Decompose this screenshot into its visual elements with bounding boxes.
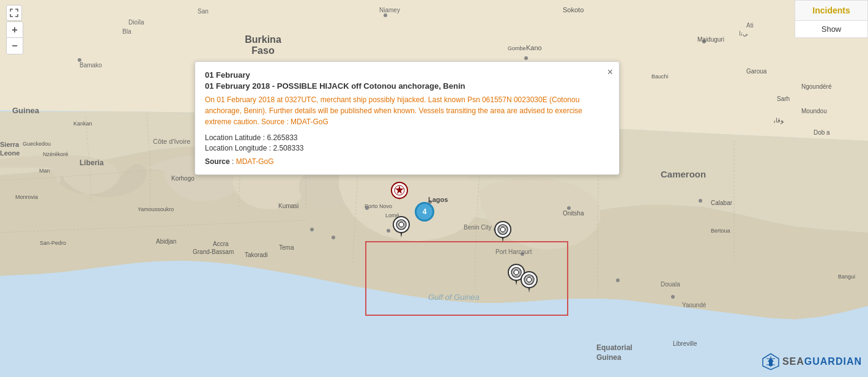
map-background: Burkina Faso Guinea Liberia Côte d'Ivoir… bbox=[0, 0, 868, 377]
svg-text:Libreville: Libreville bbox=[673, 340, 697, 347]
svg-point-13 bbox=[699, 199, 702, 203]
incident-marker-4[interactable] bbox=[521, 271, 538, 296]
svg-text:Garoua: Garoua bbox=[746, 68, 767, 75]
svg-text:Ngoundéré: Ngoundéré bbox=[801, 83, 832, 90]
popup-description: On 01 February 2018 at 0327UTC, merchant… bbox=[205, 94, 609, 127]
svg-text:Sierra: Sierra bbox=[0, 141, 20, 148]
svg-text:Korhogo: Korhogo bbox=[171, 175, 195, 182]
svg-text:Port Harcourt: Port Harcourt bbox=[495, 248, 532, 255]
svg-point-79 bbox=[495, 222, 511, 237]
marker-icon-hijack bbox=[390, 181, 409, 202]
svg-text:San-Pedro: San-Pedro bbox=[40, 240, 66, 246]
svg-text:Côte d'Ivoire: Côte d'Ivoire bbox=[153, 138, 190, 145]
svg-point-11 bbox=[616, 278, 620, 282]
svg-text:Gulf of Guinea: Gulf of Guinea bbox=[428, 293, 480, 302]
svg-text:Calabar: Calabar bbox=[711, 200, 733, 206]
svg-text:Sokoto: Sokoto bbox=[563, 6, 584, 13]
svg-text:Bamako: Bamako bbox=[80, 62, 102, 69]
svg-text:San: San bbox=[198, 8, 209, 15]
svg-point-12 bbox=[671, 295, 675, 299]
svg-text:Yamoussoukro: Yamoussoukro bbox=[138, 206, 174, 212]
svg-text:Kano: Kano bbox=[526, 44, 542, 51]
svg-text:Nzérékoré: Nzérékoré bbox=[43, 151, 69, 157]
expand-button[interactable] bbox=[6, 5, 22, 21]
svg-text:Bertoua: Bertoua bbox=[711, 228, 730, 234]
popup-longitude: Location Longitude : 2.508333 bbox=[205, 144, 609, 152]
incident-marker-hijack[interactable] bbox=[390, 181, 409, 204]
svg-text:Yaoundé: Yaoundé bbox=[682, 302, 707, 308]
popup-date: 01 February bbox=[205, 70, 609, 80]
popup-latitude: Location Latitude : 6.265833 bbox=[205, 133, 609, 142]
svg-point-76 bbox=[393, 217, 409, 233]
logo-text: SEAGUARDIAN bbox=[782, 356, 862, 367]
zoom-in-button[interactable]: + bbox=[7, 22, 23, 38]
svg-text:Benin City: Benin City bbox=[464, 224, 492, 231]
incident-marker-1[interactable] bbox=[393, 215, 410, 241]
svg-text:Cameroon: Cameroon bbox=[661, 169, 706, 179]
svg-text:Porto Novo: Porto Novo bbox=[365, 203, 392, 209]
svg-text:Tema: Tema bbox=[279, 244, 294, 251]
svg-text:Gombe: Gombe bbox=[508, 45, 526, 51]
svg-text:Ati: Ati bbox=[746, 22, 754, 29]
map-container: Burkina Faso Guinea Liberia Côte d'Ivoir… bbox=[0, 0, 868, 377]
svg-text:Dob a: Dob a bbox=[814, 129, 830, 136]
svg-point-15 bbox=[384, 13, 387, 17]
svg-text:Leone: Leone bbox=[0, 149, 20, 157]
incident-marker-2[interactable] bbox=[494, 220, 511, 246]
svg-text:Accra: Accra bbox=[213, 241, 229, 247]
svg-text:Equatorial: Equatorial bbox=[596, 343, 632, 352]
svg-point-3 bbox=[310, 228, 314, 231]
zoom-controls: + − bbox=[6, 21, 23, 54]
svg-point-4 bbox=[332, 236, 335, 239]
svg-point-6 bbox=[387, 229, 390, 233]
svg-text:Faso: Faso bbox=[251, 45, 275, 56]
svg-text:Dioïla: Dioïla bbox=[128, 19, 144, 26]
svg-text:Guinea: Guinea bbox=[596, 353, 621, 362]
zoom-out-button[interactable]: − bbox=[7, 38, 23, 54]
incidents-title: Incidents bbox=[795, 1, 867, 21]
svg-text:Bla: Bla bbox=[122, 28, 132, 35]
svg-text:Lagos: Lagos bbox=[428, 196, 448, 203]
svg-point-85 bbox=[521, 272, 537, 288]
svg-text:Burkina: Burkina bbox=[245, 34, 281, 45]
svg-text:Abidjan: Abidjan bbox=[156, 238, 176, 245]
seaguardian-logo: SEAGUARDIAN bbox=[762, 353, 862, 371]
incidents-show-button[interactable]: Show bbox=[795, 21, 867, 37]
svg-text:Guinea: Guinea bbox=[12, 106, 40, 115]
svg-text:Takoradi: Takoradi bbox=[245, 252, 268, 258]
svg-text:Monrovia: Monrovia bbox=[15, 194, 38, 200]
svg-text:Bauchi: Bauchi bbox=[651, 73, 669, 80]
svg-text:Maiduguri: Maiduguri bbox=[697, 36, 724, 43]
svg-text:ﻲﺗا: ﻲﺗا bbox=[739, 30, 748, 37]
marker-icon-2 bbox=[494, 220, 511, 244]
marker-icon-1 bbox=[393, 215, 410, 239]
expand-icon bbox=[10, 9, 18, 17]
marker-icon-4 bbox=[521, 271, 538, 294]
svg-text:Man: Man bbox=[39, 168, 50, 174]
incident-popup: × 01 February 01 February 2018 - POSSIBL… bbox=[195, 61, 620, 175]
svg-text:Niamey: Niamey bbox=[379, 7, 400, 13]
popup-close-button[interactable]: × bbox=[607, 67, 613, 78]
svg-text:Gueckedou: Gueckedou bbox=[23, 141, 51, 147]
svg-text:Grand-Bassam: Grand-Bassam bbox=[193, 248, 234, 255]
popup-title: 01 February 2018 - POSSIBLE HIJACK off C… bbox=[205, 81, 609, 91]
svg-text:Douala: Douala bbox=[661, 281, 680, 288]
svg-text:Onitsha: Onitsha bbox=[563, 210, 584, 217]
svg-text:Kankan: Kankan bbox=[73, 121, 92, 127]
svg-text:Bangui: Bangui bbox=[838, 274, 855, 280]
seaguardian-logo-icon bbox=[762, 353, 780, 371]
svg-text:Liberia: Liberia bbox=[80, 159, 104, 167]
incident-cluster-marker[interactable]: 4 bbox=[415, 202, 434, 222]
svg-text:Sarh: Sarh bbox=[777, 95, 790, 102]
svg-point-14 bbox=[524, 56, 528, 60]
cluster-count: 4 bbox=[423, 207, 427, 216]
svg-text:Kumasi: Kumasi bbox=[278, 203, 299, 209]
popup-source: Source : MDAT-GoG bbox=[205, 157, 609, 166]
svg-text:ﻮﻗﺎﺑ: ﻮﻗﺎﺑ bbox=[773, 117, 784, 124]
svg-text:Moundou: Moundou bbox=[801, 108, 827, 114]
incidents-panel: Incidents Show bbox=[795, 0, 868, 38]
